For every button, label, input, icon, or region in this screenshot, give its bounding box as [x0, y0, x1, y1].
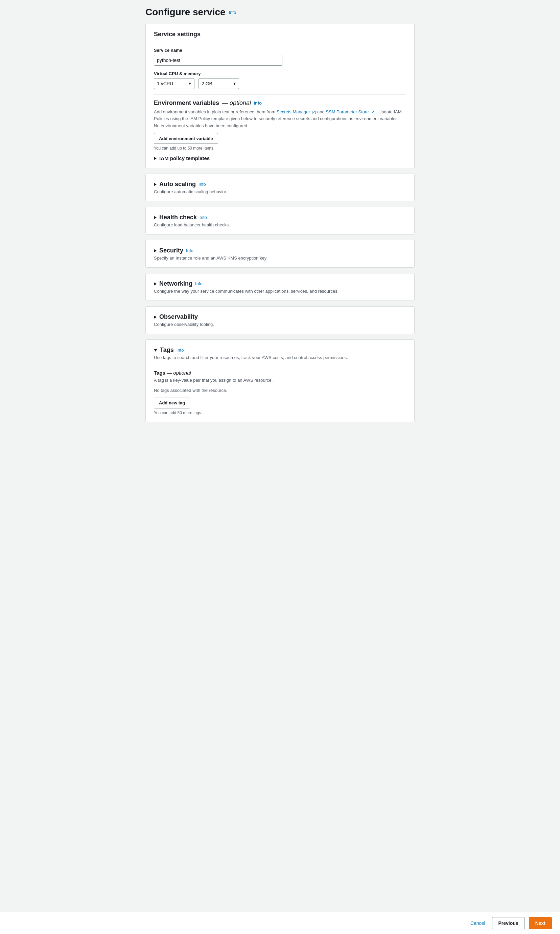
- tags-divider: [154, 365, 406, 365]
- add-tag-limit-text: You can add 50 more tags.: [154, 410, 406, 415]
- memory-select[interactable]: 0.5 GB 1 GB 2 GB 3 GB 4 GB: [198, 78, 239, 89]
- vcpu-memory-group: Virtual CPU & memory 0.25 vCPU 0.5 vCPU …: [154, 71, 406, 89]
- service-name-input[interactable]: [154, 55, 282, 66]
- observability-title: Observability: [159, 313, 198, 321]
- tags-section: Tags Info Use tags to search and filter …: [145, 339, 415, 422]
- auto-scaling-desc: Configure automatic scaling behavior.: [154, 189, 406, 194]
- tags-optional-title-text: Tags: [154, 370, 165, 376]
- observability-section: Observability Configure observability to…: [145, 306, 415, 334]
- page-title-area: Configure service Info: [145, 7, 415, 18]
- previous-button[interactable]: Previous: [492, 917, 525, 929]
- vcpu-memory-selects: 0.25 vCPU 0.5 vCPU 1 vCPU 2 vCPU 4 vCPU …: [154, 78, 406, 89]
- tags-optional-label: — optional: [167, 370, 191, 376]
- tags-info-link[interactable]: Info: [177, 348, 184, 353]
- security-info-link[interactable]: Info: [186, 248, 194, 253]
- ssm-external-icon: [371, 110, 375, 114]
- service-settings-title: Service settings: [154, 31, 406, 42]
- env-vars-info-link[interactable]: Info: [254, 100, 262, 106]
- add-env-limit-text: You can add up to 50 more items.: [154, 146, 406, 151]
- networking-desc: Configure the way your service communica…: [154, 289, 406, 294]
- env-desc-text-1: Add environment variables in plain text …: [154, 109, 277, 114]
- tags-triangle-icon: [154, 349, 157, 351]
- service-settings-card: Service settings Service name Virtual CP…: [145, 24, 415, 168]
- auto-scaling-triangle-icon: [154, 183, 157, 186]
- env-desc-text-2: and: [317, 109, 326, 114]
- auto-scaling-header[interactable]: Auto scaling Info: [154, 181, 406, 188]
- auto-scaling-info-link[interactable]: Info: [198, 182, 206, 187]
- health-check-desc: Configure load balancer health checks.: [154, 222, 406, 227]
- observability-desc: Configure observability tooling.: [154, 322, 406, 327]
- auto-scaling-title: Auto scaling: [159, 181, 196, 188]
- env-vars-divider: [154, 94, 406, 95]
- tags-optional-desc: A tag is a key-value pair that you assig…: [154, 377, 406, 384]
- add-env-var-button[interactable]: Add environment variable: [154, 133, 218, 144]
- env-vars-optional: — optional: [222, 100, 251, 106]
- networking-section: Networking Info Configure the way your s…: [145, 273, 415, 301]
- env-vars-title: Environment variables: [154, 100, 219, 106]
- networking-triangle-icon: [154, 282, 157, 286]
- security-title: Security: [159, 247, 183, 254]
- vcpu-select[interactable]: 0.25 vCPU 0.5 vCPU 1 vCPU 2 vCPU 4 vCPU: [154, 78, 194, 89]
- tags-optional-title-row: Tags — optional: [154, 370, 406, 376]
- page-title: Configure service: [145, 7, 226, 18]
- observability-header[interactable]: Observability: [154, 313, 406, 321]
- health-check-section: Health check Info Configure load balance…: [145, 207, 415, 234]
- iam-policy-templates-label: IAM policy templates: [159, 155, 210, 161]
- no-tags-text: No tags associated with the resource.: [154, 388, 406, 393]
- secrets-manager-external-icon: [312, 110, 316, 114]
- security-triangle-icon: [154, 249, 157, 253]
- security-desc: Specify an Instance role and an AWS KMS …: [154, 256, 406, 260]
- ssm-link[interactable]: SSM Parameter Store: [326, 109, 369, 114]
- iam-policy-triangle-icon: [154, 157, 157, 160]
- footer-bar: Cancel Previous Next: [0, 912, 560, 934]
- cancel-button[interactable]: Cancel: [468, 919, 488, 928]
- networking-header[interactable]: Networking Info: [154, 280, 406, 287]
- page-info-link[interactable]: Info: [229, 10, 236, 15]
- service-name-group: Service name: [154, 48, 406, 66]
- observability-triangle-icon: [154, 315, 157, 319]
- env-vars-title-row: Environment variables — optional Info: [154, 100, 406, 106]
- tags-optional-section: Tags — optional A tag is a key-value pai…: [154, 370, 406, 415]
- health-check-header[interactable]: Health check Info: [154, 214, 406, 221]
- iam-policy-templates-row[interactable]: IAM policy templates: [154, 155, 406, 161]
- no-env-vars-text: No environment variables have been confi…: [154, 123, 406, 128]
- auto-scaling-section: Auto scaling Info Configure automatic sc…: [145, 174, 415, 201]
- vcpu-select-wrapper: 0.25 vCPU 0.5 vCPU 1 vCPU 2 vCPU 4 vCPU …: [154, 78, 194, 89]
- security-header[interactable]: Security Info: [154, 247, 406, 254]
- add-new-tag-button[interactable]: Add new tag: [154, 398, 190, 408]
- env-vars-description: Add environment variables in plain text …: [154, 109, 406, 122]
- service-name-label: Service name: [154, 48, 406, 53]
- health-check-triangle-icon: [154, 216, 157, 219]
- networking-title: Networking: [159, 280, 192, 287]
- next-button[interactable]: Next: [529, 917, 552, 929]
- memory-select-wrapper: 0.5 GB 1 GB 2 GB 3 GB 4 GB ▼: [198, 78, 239, 89]
- security-section: Security Info Specify an Instance role a…: [145, 240, 415, 268]
- tags-desc: Use tags to search and filter your resou…: [154, 355, 406, 360]
- tags-header[interactable]: Tags Info: [154, 347, 406, 354]
- health-check-title: Health check: [159, 214, 197, 221]
- health-check-info-link[interactable]: Info: [200, 215, 207, 220]
- secrets-manager-link[interactable]: Secrets Manager: [277, 109, 310, 114]
- vcpu-memory-label: Virtual CPU & memory: [154, 71, 406, 76]
- env-vars-section: Environment variables — optional Info Ad…: [154, 100, 406, 161]
- tags-title: Tags: [160, 347, 174, 354]
- tags-optional-title: Tags — optional: [154, 370, 191, 376]
- networking-info-link[interactable]: Info: [195, 281, 203, 286]
